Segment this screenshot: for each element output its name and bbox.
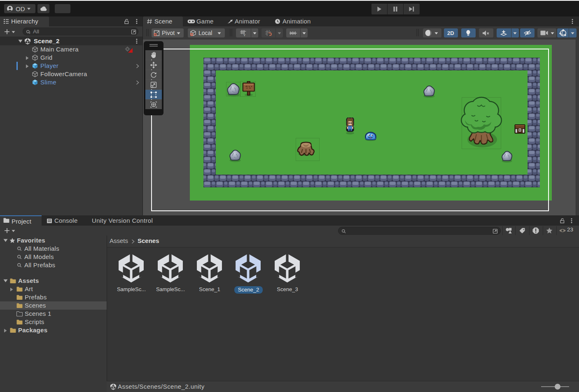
svg-text:Y: Y — [243, 33, 246, 37]
